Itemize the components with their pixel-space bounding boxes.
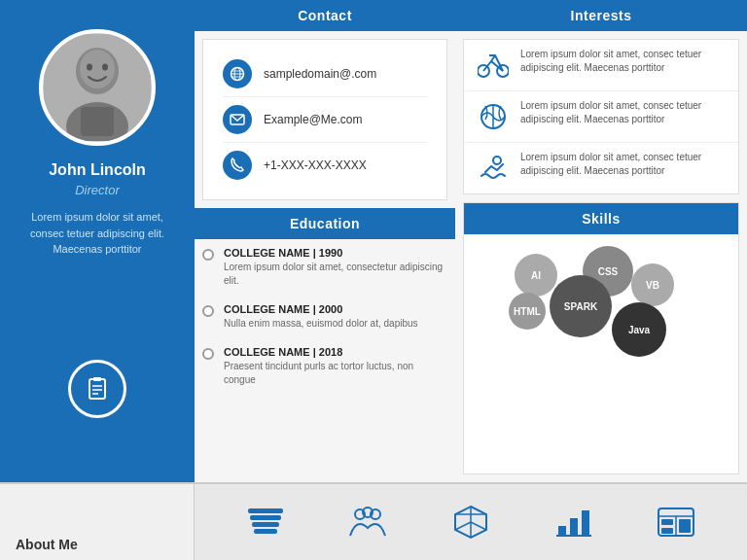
about-me-label: About Me [16,537,78,552]
layers-icon[interactable] [244,503,287,542]
interest-text-0: Lorem ipsum dolor sit amet, consec tetue… [520,48,727,75]
skill-css-label: CSS [598,266,619,277]
edu-circle-2 [202,348,214,360]
clipboard-icon [68,360,126,418]
right-panel: Interests Lorem ipsum dolor sit ame [455,0,747,482]
svg-rect-7 [89,379,105,399]
skills-section: Skills AI CSS SPARK HTML [463,202,739,474]
edu-content-0: COLLEGE NAME | 1990 Lorem ipsum dolor si… [224,247,447,288]
edu-item-1: COLLEGE NAME | 2000 Nulla enim massa, eu… [202,296,447,338]
svg-point-4 [80,50,115,88]
skill-html-label: HTML [514,306,541,317]
contact-item-email: sampledomain@.com [223,52,427,97]
svg-rect-44 [661,519,673,525]
basketball-icon [476,99,511,134]
skill-spark: SPARK [550,275,612,337]
interest-item-0: Lorem ipsum dolor sit amet, consec tetue… [464,40,738,91]
person-title: Director [75,183,120,197]
edu-title-2: COLLEGE NAME | 2018 [224,346,447,358]
mail-icon [223,105,252,134]
edu-item-0: COLLEGE NAME | 1990 Lorem ipsum dolor si… [202,239,447,296]
left-panel: John Lincoln Director Lorem ipsum dolor … [0,0,195,482]
svg-rect-27 [252,522,279,527]
edu-desc-0: Lorem ipsum dolor sit amet, consectetur … [224,261,447,288]
swim-icon [476,151,511,186]
phone-icon [223,151,252,180]
skills-header: Skills [464,203,738,234]
edu-content-1: COLLEGE NAME | 2000 Nulla enim massa, eu… [224,303,418,331]
contact-example-email-text: Example@Me.com [264,113,363,126]
cube-icon[interactable] [449,503,492,542]
svg-rect-3 [81,107,114,136]
toolbar-icons [195,503,747,542]
interest-text-2: Lorem ipsum dolor sit amet, consec tetue… [520,151,727,178]
team-icon[interactable] [346,503,389,542]
edu-title-0: COLLEGE NAME | 1990 [224,247,447,259]
contact-section: sampledomain@.com Example@Me.com [202,39,447,200]
chart-icon[interactable] [552,503,595,542]
skill-vb-label: VB [646,280,659,291]
mid-panel: Contact sampledomain@.com [195,0,455,482]
svg-line-36 [471,522,486,530]
bicycle-icon [476,48,511,83]
contact-email-text: sampledomain@.com [264,67,376,81]
avatar [39,29,156,146]
svg-rect-28 [254,529,277,534]
skill-java: Java [612,302,666,357]
svg-line-35 [455,522,471,530]
edu-circle-0 [202,249,214,261]
edu-content-2: COLLEGE NAME | 2018 Praesent tincidunt p… [224,346,447,387]
bottom-toolbar: About Me [0,482,747,560]
interests-header: Interests [455,0,747,31]
skill-spark-label: SPARK [564,301,597,312]
browser-icon[interactable] [655,503,697,542]
person-name: John Lincoln [49,161,146,179]
edu-circle-1 [202,305,214,317]
contact-item-phone: +1-XXX-XXX-XXXX [223,143,427,188]
edu-item-2: COLLEGE NAME | 2018 Praesent tincidunt p… [202,338,447,395]
svg-rect-25 [248,508,283,513]
svg-rect-8 [93,377,101,381]
svg-rect-38 [570,518,578,536]
interest-item-1: Lorem ipsum dolor sit amet, consec tetue… [464,91,738,143]
interest-item-2: Lorem ipsum dolor sit amet, consec tetue… [464,143,738,193]
education-header: Education [195,208,455,239]
about-me-section: About Me [0,484,195,560]
skill-ai-label: AI [531,270,541,281]
globe-icon [223,59,252,88]
skill-java-label: Java [628,325,650,335]
interest-text-1: Lorem ipsum dolor sit amet, consec tetue… [520,99,727,126]
skill-vb: VB [631,263,674,306]
main-wrapper: John Lincoln Director Lorem ipsum dolor … [0,0,747,560]
svg-rect-37 [558,526,566,536]
svg-point-5 [87,64,92,71]
contact-header: Contact [195,0,455,31]
svg-rect-26 [250,515,281,520]
skill-html: HTML [509,293,546,330]
svg-point-6 [102,64,108,71]
edu-desc-2: Praesent tincidunt purls ac tortor luctu… [224,360,447,387]
contact-phone-text: +1-XXX-XXX-XXXX [264,158,367,172]
skill-ai: AI [515,254,557,297]
contact-item-example-email: Example@Me.com [223,97,427,143]
svg-rect-45 [679,519,691,533]
person-bio: Lorem ipsum dolor sit amet, consec tetue… [0,209,195,258]
svg-rect-46 [661,528,673,534]
skills-bubbles: AI CSS SPARK HTML VB Java [464,234,738,473]
svg-point-24 [493,157,501,164]
svg-rect-39 [582,510,589,536]
edu-desc-1: Nulla enim massa, euismod dolor at, dapi… [224,317,418,331]
education-section: COLLEGE NAME | 1990 Lorem ipsum dolor si… [195,239,455,482]
interests-section: Lorem ipsum dolor sit amet, consec tetue… [463,39,739,194]
content-area: John Lincoln Director Lorem ipsum dolor … [0,0,747,482]
edu-title-1: COLLEGE NAME | 2000 [224,303,418,315]
